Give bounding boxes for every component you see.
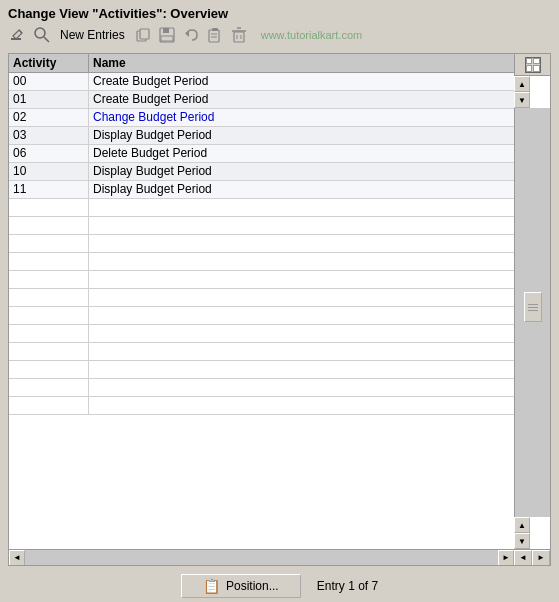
position-button[interactable]: 📋 Position...: [181, 574, 301, 598]
table-header: Activity Name: [9, 54, 514, 73]
table-row[interactable]: 06Delete Budget Period: [9, 145, 514, 163]
activity-cell: 06: [9, 145, 89, 162]
name-cell: Display Budget Period: [89, 163, 514, 180]
position-button-label: Position...: [226, 579, 279, 593]
copy-icon[interactable]: [133, 25, 153, 45]
bottom-bar: 📋 Position... Entry 1 of 7: [0, 570, 559, 602]
table-body: 00Create Budget Period01Create Budget Pe…: [9, 73, 514, 549]
scroll-bottom-up-button[interactable]: ▲: [514, 517, 530, 533]
main-window: Change View "Activities": Overview New E…: [0, 0, 559, 602]
empty-row: [9, 379, 514, 397]
table-row[interactable]: 10Display Budget Period: [9, 163, 514, 181]
activity-cell: 11: [9, 181, 89, 198]
table-area: Activity Name 00Create Budget Period01Cr…: [9, 54, 514, 549]
name-cell: Delete Budget Period: [89, 145, 514, 162]
scroll-right2-right-button[interactable]: ►: [532, 550, 550, 566]
table-row[interactable]: 11Display Budget Period: [9, 181, 514, 199]
svg-rect-6: [140, 29, 149, 39]
horizontal-scrollbar: ◄ ► ◄ ►: [9, 549, 550, 565]
svg-rect-8: [163, 28, 169, 33]
empty-row: [9, 361, 514, 379]
table-row[interactable]: 03Display Budget Period: [9, 127, 514, 145]
empty-row: [9, 271, 514, 289]
scroll-right-button[interactable]: ►: [498, 550, 514, 566]
empty-row: [9, 307, 514, 325]
name-cell: Display Budget Period: [89, 181, 514, 198]
table-row[interactable]: 00Create Budget Period: [9, 73, 514, 91]
svg-rect-15: [234, 32, 244, 42]
svg-line-4: [44, 37, 49, 42]
svg-line-2: [19, 30, 22, 33]
toolbar: New Entries: [0, 23, 559, 49]
title-bar: Change View "Activities": Overview: [0, 0, 559, 23]
scroll-up-button[interactable]: ▲: [514, 76, 530, 92]
edit-icon[interactable]: [8, 25, 28, 45]
name-column-header: Name: [89, 54, 514, 72]
paste-icon[interactable]: [205, 25, 225, 45]
scroll-thumb[interactable]: [524, 292, 542, 322]
scroll-bottom-down-button[interactable]: ▼: [514, 533, 530, 549]
empty-row: [9, 199, 514, 217]
activity-cell: 01: [9, 91, 89, 108]
delete-icon[interactable]: [229, 25, 249, 45]
new-entries-button[interactable]: New Entries: [60, 28, 125, 42]
empty-row: [9, 289, 514, 307]
undo-icon[interactable]: [181, 25, 201, 45]
activity-cell: 03: [9, 127, 89, 144]
name-cell: Create Budget Period: [89, 91, 514, 108]
empty-row: [9, 253, 514, 271]
scroll-down-button[interactable]: ▼: [514, 92, 530, 108]
entry-info: Entry 1 of 7: [317, 579, 378, 593]
name-cell: Create Budget Period: [89, 73, 514, 90]
search-icon[interactable]: [32, 25, 52, 45]
activity-cell: 02: [9, 109, 89, 126]
window-title: Change View "Activities": Overview: [8, 6, 228, 21]
empty-row: [9, 397, 514, 415]
name-cell: Change Budget Period: [89, 109, 514, 126]
svg-rect-12: [212, 28, 218, 31]
activity-cell: 00: [9, 73, 89, 90]
scroll-left-button[interactable]: ◄: [9, 550, 25, 566]
svg-rect-9: [161, 36, 173, 41]
save-icon[interactable]: [157, 25, 177, 45]
empty-row: [9, 217, 514, 235]
activity-column-header: Activity: [9, 54, 89, 72]
table-row[interactable]: 01Create Budget Period: [9, 91, 514, 109]
column-chooser-icon[interactable]: [525, 57, 541, 73]
table-row[interactable]: 02Change Budget Period: [9, 109, 514, 127]
position-icon: 📋: [203, 578, 220, 594]
main-content: Activity Name 00Create Budget Period01Cr…: [0, 49, 559, 570]
scroll-right2-left-button[interactable]: ◄: [514, 550, 532, 566]
activity-cell: 10: [9, 163, 89, 180]
h-scroll-track[interactable]: [25, 550, 498, 565]
name-cell: Display Budget Period: [89, 127, 514, 144]
table-container: Activity Name 00Create Budget Period01Cr…: [8, 53, 551, 566]
empty-row: [9, 235, 514, 253]
empty-row: [9, 325, 514, 343]
svg-rect-11: [209, 30, 219, 42]
watermark: www.tutorialkart.com: [261, 29, 362, 41]
svg-point-3: [35, 28, 45, 38]
empty-row: [9, 343, 514, 361]
